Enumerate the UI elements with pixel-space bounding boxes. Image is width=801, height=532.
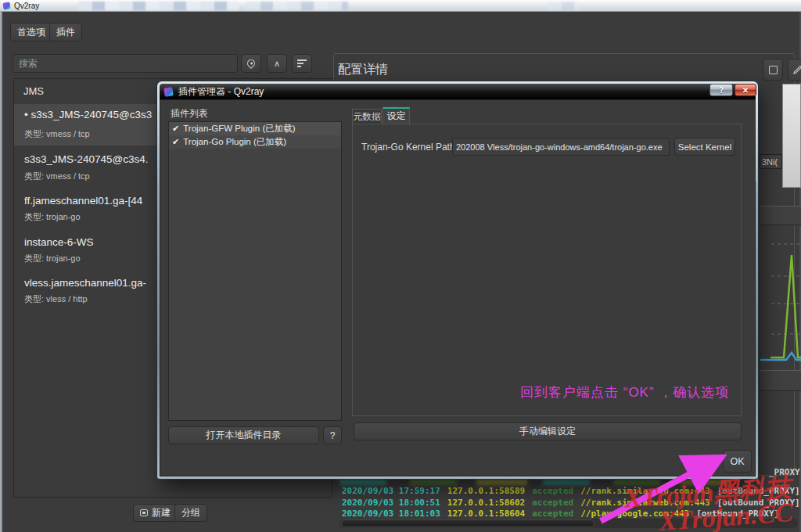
sort-icon [297,59,307,67]
group-header-jms[interactable]: JMS [23,85,44,97]
dialog-help-button[interactable]: ? [709,84,733,96]
plugin-label: Trojan-GFW Plugin (已加载) [183,123,295,135]
log-status: accepted [532,486,573,496]
log-address: 127.0.0.1:58589 [447,486,525,496]
plugins-button[interactable]: 插件 [49,23,82,41]
open-plugin-dir-label: 打开本地插件目录 [207,429,282,442]
connection-type: 类型: trojan-go [24,211,81,223]
annotation-text: 回到客户端点击 “OK” ，确认选项 [520,383,729,401]
settings-tab-panel [352,124,742,416]
new-connection-label: 新建 [152,506,171,519]
dialog-titlebar[interactable]: 插件管理器 - Qv2ray [160,84,756,99]
kernel-path-input[interactable] [452,138,670,156]
download-series [760,353,801,360]
manual-edit-settings-label: 手动编辑设定 [519,425,576,438]
collapse-button[interactable]: ∧ [267,54,287,73]
redacted-text-block [78,2,239,10]
log-address: 127.0.0.1:58602 [447,498,525,508]
plugin-listbox[interactable]: ✔ Trojan-GFW Plugin (已加载) ✔ Trojan-Go Pl… [168,121,342,421]
plugin-list-label: 插件列表 [171,107,208,120]
connection-type: 类型: vmess / tcp [24,171,90,182]
plugins-label: 插件 [56,26,75,39]
os-titlebar[interactable]: Qv2ray [0,0,801,12]
log-status: accepted [532,498,573,508]
redacted-text-block [548,2,579,10]
traffic-graph [760,229,801,370]
connection-type: 类型: trojan-go [24,253,81,264]
plugin-label: Trojan-Go Plugin (已加载) [183,136,286,148]
log-time: 2020/09/03 17:59:17 [342,486,440,496]
tab-settings[interactable]: 设定 [383,107,410,124]
panel-separator-band [760,206,801,225]
locate-button[interactable] [241,54,261,73]
connection-name[interactable]: s3s3_JMS-240745@c3s4. [24,153,149,165]
new-connection-button[interactable]: 新建 [133,504,178,522]
kernel-path-label: Trojan-Go Kernel Path [361,142,455,153]
select-kernel-button[interactable]: Select Kernel [674,138,735,156]
group-button[interactable]: 分组 [174,504,207,522]
help-icon: ? [330,430,336,441]
upload-series [770,255,801,358]
qrcode-button[interactable] [763,59,783,81]
plugin-row[interactable]: ✔ Trojan-Go Plugin (已加载) [169,135,341,149]
redacted-text-block [246,2,348,10]
edit-button[interactable] [788,59,801,81]
tab-metadata[interactable]: 元数据 [352,109,382,124]
connection-type: 类型: vmess / tcp [24,128,90,140]
sort-button[interactable] [292,54,312,73]
preferences-button[interactable]: 首选项 [10,23,52,41]
window-title: Qv2ray [14,2,39,10]
log-hscrollbar-thumb[interactable] [341,519,594,527]
preferences-label: 首选项 [17,26,45,39]
log-address: 127.0.0.1:58604 [447,509,525,519]
chevron-up-icon: ∧ [274,59,280,68]
dialog-close-button[interactable]: ✕ [735,84,756,96]
panel-separator-band [760,370,801,391]
open-plugin-dir-button[interactable]: 打开本地插件目录 [168,426,319,444]
connection-name[interactable]: • s3s3_JMS-240745@c3s3 [24,109,152,120]
truncated-field-fragment: 3Ni( [760,154,782,169]
qv2ray-main-window: Qv2ray 首选项 插件 ∧ JMS • s3s3_JMS-240745@c3… [0,0,801,532]
dialog-title: 插件管理器 - Qv2ray [178,85,264,99]
connection-type: 类型: vless / http [24,293,88,305]
connection-name[interactable]: ff.jameschannel01.ga-[44 [24,195,142,207]
pencil-icon [793,65,801,74]
window-border-left [0,12,2,532]
tab-metadata-label: 元数据 [353,110,381,124]
close-icon: ✕ [742,86,749,95]
qrcode-icon [769,66,778,74]
plugin-row[interactable]: ✔ Trojan-GFW Plugin (已加载) [169,122,341,135]
plugin-help-button[interactable]: ? [323,426,342,444]
checkbox-checked-icon[interactable]: ✔ [172,137,179,147]
tab-settings-label: 设定 [387,110,406,123]
log-time: 2020/09/03 18:01:03 [342,509,440,519]
qv2ray-app-icon [2,2,10,9]
log-time: 2020/09/03 18:00:51 [342,498,440,508]
plugin-manager-dialog: 插件管理器 - Qv2ray ? ✕ 插件列表 ✔ Trojan-GFW Plu… [157,81,758,479]
checkbox-checked-icon[interactable]: ✔ [172,124,179,134]
config-detail-title: 配置详情 [338,62,388,78]
connection-name[interactable]: instance-6-WS [24,236,94,248]
group-button-label: 分组 [181,506,200,519]
log-status: accepted [532,509,573,519]
location-pin-icon [246,58,257,69]
dialog-app-icon [163,87,173,96]
help-icon: ? [719,86,724,95]
select-kernel-label: Select Kernel [678,142,731,152]
qr-code-fragment [782,84,801,188]
new-connection-icon [140,509,148,516]
search-input[interactable] [13,54,238,73]
connection-name[interactable]: vless.jameschannel01.ga- [24,277,146,289]
